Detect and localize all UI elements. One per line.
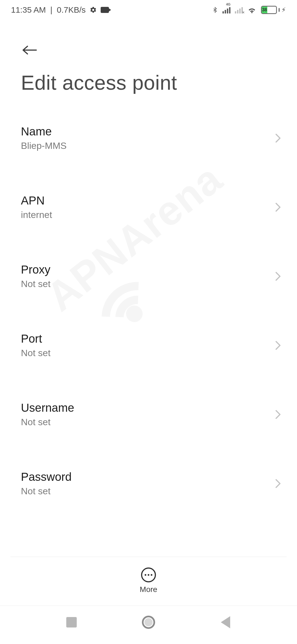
setting-row-server[interactable]: Server Not set [0, 529, 297, 539]
signal-4g-label: 4G [226, 2, 230, 6]
navigation-bar [0, 605, 297, 644]
signal-icon-active: 4G [222, 6, 230, 13]
chevron-right-icon [275, 410, 281, 419]
setting-value: Not set [21, 279, 271, 289]
setting-value: Not set [21, 348, 271, 358]
bottom-action-bar: More [10, 556, 287, 603]
wifi-icon [247, 6, 257, 14]
setting-row-apn[interactable]: APN internet [0, 184, 297, 231]
setting-value: internet [21, 209, 271, 220]
chevron-right-icon [275, 340, 281, 350]
square-icon [66, 617, 77, 627]
setting-row-port[interactable]: Port Not set [0, 322, 297, 369]
setting-value: Not set [21, 417, 271, 427]
setting-row-username[interactable]: Username Not set [0, 391, 297, 438]
status-bar: 11:35 AM | 0.7KB/s 4G × 38 ⚡︎ [0, 0, 297, 20]
back-button[interactable] [21, 42, 37, 58]
chevron-right-icon [275, 133, 281, 143]
settings-list: Name Bliep-MMS APN internet Proxy Not se… [0, 114, 297, 539]
charging-icon: ⚡︎ [281, 6, 286, 14]
status-separator: | [50, 5, 53, 15]
camera-icon [101, 7, 109, 13]
triangle-left-icon [221, 616, 230, 628]
nav-back-button[interactable] [215, 611, 237, 633]
signal-icon-inactive: × [235, 6, 243, 13]
setting-label: Username [21, 401, 271, 414]
chevron-right-icon [275, 202, 281, 212]
gear-icon [90, 6, 97, 13]
setting-label: Name [21, 125, 271, 138]
setting-label: Port [21, 332, 271, 345]
status-right: 4G × 38 ⚡︎ [212, 6, 286, 14]
setting-row-password[interactable]: Password Not set [0, 460, 297, 507]
setting-label: APN [21, 194, 271, 207]
setting-value: Bliep-MMS [21, 140, 271, 151]
nav-home-button[interactable] [138, 611, 160, 633]
setting-row-proxy[interactable]: Proxy Not set [0, 253, 297, 300]
setting-label: Proxy [21, 263, 271, 276]
nav-recents-button[interactable] [61, 611, 82, 633]
setting-row-name[interactable]: Name Bliep-MMS [0, 114, 297, 162]
battery-indicator: 38 ⚡︎ [261, 6, 286, 14]
status-time: 11:35 AM [11, 5, 46, 15]
setting-value: Not set [21, 486, 271, 496]
arrow-left-icon [21, 45, 37, 56]
battery-percent: 38 [262, 7, 267, 12]
more-label: More [140, 585, 157, 594]
more-button[interactable]: More [140, 567, 157, 594]
chevron-right-icon [275, 271, 281, 281]
status-net-speed: 0.7KB/s [57, 5, 86, 15]
setting-label: Password [21, 470, 271, 484]
status-left: 11:35 AM | 0.7KB/s [11, 5, 109, 15]
bluetooth-icon [212, 6, 218, 14]
page-title: Edit access point [21, 71, 177, 94]
more-icon [141, 567, 156, 582]
circle-icon [142, 616, 155, 629]
chevron-right-icon [275, 479, 281, 489]
